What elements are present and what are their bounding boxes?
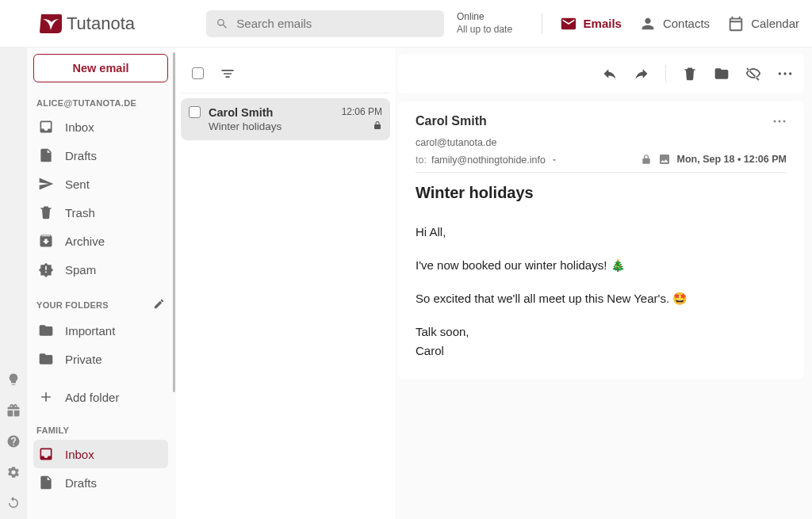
list-toolbar <box>181 54 390 93</box>
nav-contacts[interactable]: Contacts <box>639 15 710 32</box>
sidebar: New email ALICE@TUTANOTA.DE Inbox Drafts… <box>27 48 173 519</box>
refresh-icon <box>6 496 21 510</box>
reading-pane: Carol Smith carol@tutanota.de to: family… <box>395 48 812 519</box>
plus-icon <box>38 389 54 405</box>
topbar: Tutanota Online All up to date Emails Co… <box>0 0 812 48</box>
folder-family-drafts[interactable]: Drafts <box>33 468 168 497</box>
search-icon <box>216 17 228 31</box>
calendar-icon <box>727 15 745 32</box>
delete-icon[interactable] <box>682 66 698 82</box>
left-rail <box>0 48 27 519</box>
rail-settings[interactable] <box>6 465 21 482</box>
logo[interactable]: Tutanota <box>38 11 135 36</box>
message-recipients[interactable]: to: family@nothingtohide.info <box>416 155 558 166</box>
more-icon[interactable] <box>777 66 793 82</box>
status-sync: All up to date <box>457 24 512 36</box>
inbox-icon <box>38 446 54 462</box>
column-divider[interactable] <box>173 48 176 519</box>
rail-help[interactable] <box>6 434 21 451</box>
folder-icon <box>38 351 54 367</box>
search-box[interactable] <box>206 10 444 37</box>
rail-tips[interactable] <box>6 372 21 389</box>
lightbulb-icon <box>6 372 21 387</box>
folder-family-inbox[interactable]: Inbox <box>33 440 168 468</box>
message-card: Carol Smith carol@tutanota.de to: family… <box>398 101 804 380</box>
message-body: Hi All, I've now booked our winter holid… <box>416 223 787 361</box>
message-subject: Winter holidays <box>416 184 787 202</box>
sent-icon <box>38 176 54 192</box>
email-checkbox[interactable] <box>189 106 201 118</box>
rail-refresh[interactable] <box>6 496 21 513</box>
image-icon <box>658 153 671 166</box>
message-more-button[interactable] <box>772 114 787 131</box>
help-icon <box>6 434 21 448</box>
spam-icon <box>38 261 54 277</box>
drafts-icon <box>38 147 54 163</box>
email-time: 12:06 PM <box>342 106 382 117</box>
inbox-icon <box>38 119 54 135</box>
mail-icon <box>560 15 577 32</box>
nav-emails[interactable]: Emails <box>560 15 622 32</box>
forward-icon[interactable] <box>634 66 649 82</box>
separator <box>542 13 542 34</box>
filter-icon[interactable] <box>220 66 236 82</box>
email-list-column: Carol Smith Winter holidays 12:06 PM <box>176 48 395 519</box>
email-subject: Winter holidays <box>209 120 334 132</box>
select-all-checkbox[interactable] <box>192 67 204 79</box>
sync-status: Online All up to date <box>457 11 512 36</box>
your-folders-label: YOUR FOLDERS <box>33 293 168 316</box>
move-icon[interactable] <box>714 66 730 82</box>
folder-drafts[interactable]: Drafts <box>33 141 168 170</box>
logo-icon <box>38 11 63 36</box>
folder-spam[interactable]: Spam <box>33 255 168 284</box>
pencil-icon <box>153 298 165 310</box>
email-item[interactable]: Carol Smith Winter holidays 12:06 PM <box>181 98 390 140</box>
email-list: Carol Smith Winter holidays 12:06 PM <box>176 93 395 145</box>
folder-archive[interactable]: Archive <box>33 227 168 255</box>
rail-gift[interactable] <box>6 403 21 420</box>
folder-private[interactable]: Private <box>33 345 168 373</box>
folder-trash[interactable]: Trash <box>33 198 168 227</box>
email-sender: Carol Smith <box>209 106 334 119</box>
gear-icon <box>6 465 21 479</box>
drafts-icon <box>38 475 54 490</box>
gift-icon <box>6 403 21 418</box>
edit-folders-button[interactable] <box>153 298 165 311</box>
folder-sent[interactable]: Sent <box>33 170 168 198</box>
logo-text: Tutanota <box>67 13 135 34</box>
lock-icon <box>373 120 382 130</box>
add-folder-button[interactable]: Add folder <box>33 383 168 411</box>
status-online: Online <box>457 11 512 24</box>
folder-important[interactable]: Important <box>33 316 168 345</box>
more-icon <box>772 114 787 128</box>
mark-unread-icon[interactable] <box>745 66 761 82</box>
account-label-alice[interactable]: ALICE@TUTANOTA.DE <box>33 93 168 113</box>
message-date: Mon, Sep 18 • 12:06 PM <box>677 154 787 165</box>
folder-icon <box>38 322 54 338</box>
lock-icon <box>641 154 652 165</box>
top-navigation: Emails Contacts Calendar <box>542 13 807 34</box>
trash-icon <box>38 204 54 220</box>
chevron-down-icon <box>550 156 558 164</box>
folder-inbox[interactable]: Inbox <box>33 113 168 141</box>
separator <box>665 65 666 82</box>
nav-calendar[interactable]: Calendar <box>727 15 799 32</box>
message-toolbar <box>398 54 804 93</box>
search-input[interactable] <box>236 17 435 30</box>
archive-icon <box>38 233 54 249</box>
reply-icon[interactable] <box>602 66 618 82</box>
new-email-button[interactable]: New email <box>33 54 168 82</box>
message-sender-email: carol@tutanota.de <box>416 137 558 148</box>
message-sender-name: Carol Smith <box>416 114 487 128</box>
contacts-icon <box>639 15 657 32</box>
account-label-family[interactable]: FAMILY <box>33 421 168 440</box>
